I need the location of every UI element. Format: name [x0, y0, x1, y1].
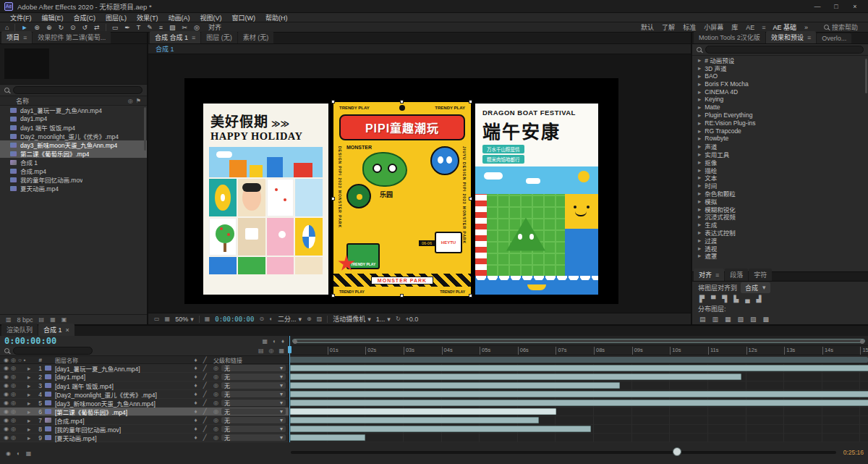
align-top-button[interactable]: ▙: [733, 295, 739, 303]
distribute-h-center-button[interactable]: ▨: [750, 316, 757, 323]
tab-motion-tools[interactable]: Motion Tools 2汉化版: [694, 31, 765, 43]
poster-pipi-trendy-play[interactable]: TRENDY PLAY TRENDY PLAY PIPI童趣潮玩 DESIGN …: [333, 102, 471, 296]
menu-edit[interactable]: 编辑(E): [38, 13, 68, 22]
menu-help[interactable]: 帮助(H): [261, 13, 292, 22]
comp-mini-flowchart-icon[interactable]: ▦: [263, 338, 268, 345]
effects-category[interactable]: Matte: [692, 104, 868, 111]
pick-whip-icon[interactable]: ◎: [213, 382, 218, 389]
effects-category[interactable]: 声道: [692, 143, 868, 151]
shy-icon[interactable]: ◎: [268, 347, 273, 354]
effects-category[interactable]: 模拟: [692, 197, 868, 205]
align-bottom-button[interactable]: ▟: [757, 295, 762, 303]
effects-category[interactable]: Rowbyte: [692, 135, 868, 143]
project-item[interactable]: day1 端午 饭饭.mp4: [0, 123, 147, 132]
effects-category[interactable]: RG Trapcode: [692, 127, 868, 135]
project-item[interactable]: Day2_moonlight_蛋儿《优秀》.mp4: [0, 132, 147, 140]
transparency-grid-icon[interactable]: ▨: [317, 316, 323, 322]
tab-footage[interactable]: 素材 (无): [238, 31, 274, 43]
panel-menu-icon[interactable]: [715, 271, 719, 279]
tab-effect-controls[interactable]: 效果控件 第二课(葡萄...: [33, 31, 111, 43]
pan-behind-tool-icon[interactable]: ⇄: [93, 23, 101, 32]
selection-handle[interactable]: [469, 294, 472, 298]
effects-category[interactable]: 描绘: [692, 166, 868, 174]
layer-name-column-header[interactable]: 图层名称: [54, 356, 187, 364]
timeline-scrollbar[interactable]: [291, 451, 836, 454]
tab-timeline-comp[interactable]: 合成 1: [38, 324, 75, 336]
distribute-top-button[interactable]: ▤: [699, 316, 706, 323]
tab-project[interactable]: 项目: [1, 31, 32, 43]
pick-whip-icon[interactable]: ◎: [213, 391, 218, 397]
bit-depth-button[interactable]: 8 bpc: [17, 316, 33, 324]
effects-category[interactable]: Keying: [692, 96, 868, 104]
workspace-menu-icon[interactable]: [762, 24, 765, 31]
pick-whip-icon[interactable]: ◎: [213, 417, 218, 423]
project-item[interactable]: 我的童年回忆动画.mov: [0, 175, 147, 184]
workspace-overflow-chevron[interactable]: »: [804, 24, 809, 31]
menu-layer[interactable]: 图层(L): [101, 13, 131, 22]
pick-whip-icon[interactable]: ◎: [213, 400, 218, 406]
refresh-icon[interactable]: ↻: [396, 316, 401, 322]
parent-dropdown[interactable]: 无: [221, 382, 286, 389]
effects-category[interactable]: 3D 声道: [692, 64, 868, 72]
composition-frame-icon[interactable]: ▤: [258, 347, 264, 354]
align-v-center-button[interactable]: ▄: [745, 295, 749, 303]
view-layout-dropdown[interactable]: 1...: [376, 316, 391, 323]
layer-bar[interactable]: [290, 374, 741, 380]
workspace-default[interactable]: 默认: [640, 22, 655, 32]
layer-row[interactable]: ◉◎ 1 [day1_暑玩一夏_九鱼Ann.mp4] ♦╱ ◎无: [0, 364, 289, 373]
zoom-slider-icon[interactable]: ▦: [26, 450, 32, 457]
pick-whip-icon[interactable]: ◎: [213, 408, 218, 415]
magnification-dropdown[interactable]: 50%: [175, 316, 194, 323]
resolution-dropdown[interactable]: 二分...: [278, 314, 302, 324]
clone-stamp-tool-icon[interactable]: ≡: [158, 23, 163, 32]
hand-tool-icon[interactable]: ⊛: [33, 23, 41, 32]
project-item[interactable]: day3_新味moon天蛋_九鱼Ann.mp4: [0, 140, 147, 149]
menu-effect[interactable]: 效果(T): [132, 13, 163, 22]
layer-bar[interactable]: [290, 365, 868, 371]
effects-category[interactable]: RE:Vision Plug-ins: [692, 119, 868, 127]
zoom-tool-icon[interactable]: ⊕: [46, 23, 53, 32]
effects-category[interactable]: 表达式控制: [692, 229, 868, 237]
pick-whip-icon[interactable]: ◎: [213, 426, 218, 432]
pick-whip-icon[interactable]: ◎: [213, 434, 218, 441]
effects-category[interactable]: BAO: [692, 72, 868, 80]
effects-category[interactable]: 抠像: [692, 158, 868, 166]
workspace-learn[interactable]: 了解: [661, 22, 676, 32]
layer-bar[interactable]: [290, 391, 868, 397]
project-item[interactable]: 第二课《葡萄乐园》.mp4: [0, 149, 147, 158]
project-item[interactable]: day1_暑玩一夏_九鱼Ann.mp4: [0, 106, 147, 114]
project-search-input[interactable]: [13, 86, 142, 94]
pan-camera-tool-icon[interactable]: ⊙: [69, 23, 77, 32]
effects-category[interactable]: 时间: [692, 182, 868, 190]
layer-bar[interactable]: [290, 382, 620, 389]
selection-handle[interactable]: [469, 197, 472, 201]
effects-category[interactable]: Boris FX Mocha: [692, 80, 868, 88]
tab-overflow[interactable]: Overlo...: [817, 33, 851, 43]
distribute-right-button[interactable]: ▩: [763, 316, 770, 323]
layer-row-selected[interactable]: ◉◎ 6 [第二课《葡萄乐园》.mp4] ♦╱ ◎无: [0, 408, 289, 416]
delete-icon[interactable]: ▣: [61, 316, 67, 323]
layer-row[interactable]: ◉◎ 2 [day1.mp4] ♦╱ ◎无: [0, 373, 289, 381]
layer-row[interactable]: ◉◎ 7 [合成.mp4] ♦╱ ◎无: [0, 416, 289, 425]
align-h-center-button[interactable]: ▀: [711, 295, 715, 303]
menu-window[interactable]: 窗口(W): [228, 13, 260, 22]
effects-category[interactable]: # 动画预设: [692, 56, 868, 64]
maximize-button[interactable]: □: [827, 1, 845, 12]
close-tab-icon[interactable]: [66, 326, 69, 334]
effects-category[interactable]: Plugin Everything: [692, 111, 868, 119]
effects-search-input[interactable]: [705, 46, 864, 54]
region-of-interest-icon[interactable]: ⊕: [307, 316, 312, 322]
selection-handle[interactable]: [331, 294, 335, 298]
comp-navigator-chip[interactable]: 合成 1: [156, 44, 174, 54]
monitor-icon[interactable]: ▭: [154, 316, 160, 322]
draft-3d-icon[interactable]: ◐: [273, 338, 276, 345]
effects-scrollbar[interactable]: [865, 59, 867, 93]
time-ruler[interactable]: 01s 02s 03s 04s 05s 06s 07s 08s 09s 10s …: [289, 346, 868, 355]
pen-tool-icon[interactable]: ✒: [124, 23, 131, 32]
parent-dropdown[interactable]: 无: [221, 391, 286, 397]
parent-dropdown[interactable]: 无: [221, 400, 286, 406]
layer-row[interactable]: ◉◎ 9 [夏天动画.mp4] ♦╱ ◎无: [0, 434, 289, 442]
project-item-composition[interactable]: 合成 1: [0, 158, 147, 166]
parent-dropdown[interactable]: 无: [221, 426, 286, 432]
tab-composition[interactable]: 合成 合成 1: [150, 31, 200, 43]
